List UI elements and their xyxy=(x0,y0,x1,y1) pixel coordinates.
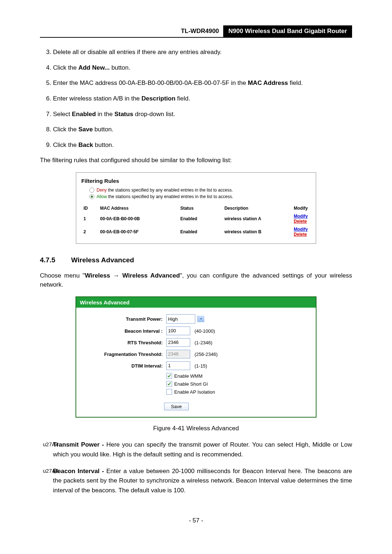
step-text: Enter the MAC address 00-0A-EB-B0-00-0B/… xyxy=(53,79,248,86)
select-value: High xyxy=(168,316,178,322)
step-text: button. xyxy=(110,64,130,71)
checkbox-label: Enable AP Isolation xyxy=(174,389,215,395)
step-7: Select Enabled in the Status drop-down l… xyxy=(53,110,352,119)
cell-mac: 00-0A-EB-B0-00-0B xyxy=(100,216,140,221)
cell-status: Enabled xyxy=(180,216,197,221)
col-mac: MAC Address xyxy=(98,204,178,212)
chevron-down-icon[interactable] xyxy=(197,316,204,322)
step-text: Click the xyxy=(53,64,78,71)
transmit-power-select[interactable]: High xyxy=(166,314,195,324)
fragmentation-threshold-hint: (256-2346) xyxy=(195,352,218,357)
step-8: Click the Save button. xyxy=(53,125,352,134)
step-text: Enter wireless station A/B in the xyxy=(53,95,142,102)
filtering-table: ID MAC Address Status Description Modify… xyxy=(81,204,310,238)
col-desc: Description xyxy=(222,204,291,212)
radio-off-icon xyxy=(89,188,94,193)
step-9: Click the Back button. xyxy=(53,141,352,150)
term: Transmit Power - xyxy=(53,441,104,448)
step-3: Delete all or disable all entries if the… xyxy=(53,48,352,57)
deny-keyword: Deny xyxy=(97,188,107,193)
section-heading: 4.7.5Wireless Advanced xyxy=(40,256,352,264)
page-number: - 57 - xyxy=(40,517,352,524)
allow-keyword: Allow xyxy=(97,194,107,199)
list-item: Transmit Power - Here you can specify th… xyxy=(40,440,352,459)
delete-link[interactable]: Delete xyxy=(294,219,307,224)
enable-short-gi-checkbox[interactable]: Enable Short GI xyxy=(166,381,312,387)
step-text: in the xyxy=(96,111,114,118)
beacon-interval-input[interactable]: 100 xyxy=(166,327,190,335)
dtim-interval-input[interactable]: 1 xyxy=(166,361,190,370)
t-bold: Wireless Advanced xyxy=(122,272,180,279)
col-modify: Modify xyxy=(291,204,310,212)
cell-desc: wireless station A xyxy=(224,216,261,221)
section-intro: Choose menu "Wireless → Wireless Advance… xyxy=(40,271,352,289)
arrow-icon: → xyxy=(110,272,122,279)
step-6: Enter wireless station A/B in the Descri… xyxy=(53,94,352,103)
step-text: Delete all or disable all entries if the… xyxy=(53,49,222,56)
dtim-interval-hint: (1-15) xyxy=(195,363,207,369)
cell-desc: wireless station B xyxy=(224,229,261,234)
step-text: button. xyxy=(93,141,114,148)
table-row: 2 00-0A-EB-00-07-5F Enabled wireless sta… xyxy=(81,225,310,238)
step-bold: Back xyxy=(78,141,93,148)
fragmentation-threshold-label: Fragmentation Threshold: xyxy=(80,352,166,357)
deny-rule-radio[interactable]: Deny the stations specified by any enabl… xyxy=(89,188,310,193)
cell-id: 2 xyxy=(83,229,86,234)
fragmentation-threshold-input[interactable]: 2346 xyxy=(166,350,190,358)
col-status: Status xyxy=(178,204,222,212)
enable-wmm-checkbox[interactable]: Enable WMM xyxy=(166,373,312,379)
step-text: Click the xyxy=(53,126,78,133)
checkbox-checked-icon xyxy=(166,381,172,387)
wireless-advanced-header: Wireless Advanced xyxy=(76,297,316,308)
radio-on-icon xyxy=(89,194,94,199)
step-text: Select xyxy=(53,111,72,118)
rts-threshold-row: RTS Threshold: 2346 (1-2346) xyxy=(80,338,312,347)
document-page: TL-WDR4900 N900 Wireless Dual Band Gigab… xyxy=(0,0,392,539)
checkbox-label: Enable WMM xyxy=(174,373,203,379)
col-id: ID xyxy=(81,204,98,212)
delete-link[interactable]: Delete xyxy=(294,232,307,237)
checkbox-checked-icon xyxy=(166,373,172,379)
rts-threshold-input[interactable]: 2346 xyxy=(166,338,190,347)
table-header-row: ID MAC Address Status Description Modify xyxy=(81,204,310,212)
allow-text: the stations specified by any enabled en… xyxy=(107,194,233,199)
step-4: Click the Add New... button. xyxy=(53,63,352,73)
filtering-intro: The filtering rules that configured shou… xyxy=(40,156,352,165)
rts-threshold-label: RTS Threshold: xyxy=(80,340,166,345)
enable-ap-isolation-checkbox[interactable]: Enable AP Isolation xyxy=(166,389,312,395)
instruction-steps: Delete all or disable all entries if the… xyxy=(40,48,352,149)
allow-rule-radio[interactable]: Allow the stations specified by any enab… xyxy=(89,194,310,199)
table-row: 1 00-0A-EB-B0-00-0B Enabled wireless sta… xyxy=(81,212,310,225)
step-bold: Enabled xyxy=(72,111,96,118)
step-bold: Status xyxy=(114,111,133,118)
save-button[interactable]: Save xyxy=(164,403,189,410)
step-text: drop-down list. xyxy=(133,111,175,118)
fragmentation-threshold-row: Fragmentation Threshold: 2346 (256-2346) xyxy=(80,350,312,358)
step-bold: Add New... xyxy=(78,64,110,71)
step-text: button. xyxy=(93,126,114,133)
dtim-interval-label: DTIM Interval: xyxy=(80,363,166,369)
modify-link[interactable]: Modify xyxy=(294,227,308,232)
modify-link[interactable]: Modify xyxy=(294,214,308,219)
list-item: Beacon Interval - Enter a value between … xyxy=(40,467,352,495)
cell-status: Enabled xyxy=(180,229,197,234)
rts-threshold-hint: (1-2346) xyxy=(195,340,212,345)
page-header: TL-WDR4900 N900 Wireless Dual Band Gigab… xyxy=(40,25,352,38)
step-text: Click the xyxy=(53,141,78,148)
product-label: N900 Wireless Dual Band Gigabit Router xyxy=(223,25,352,37)
deny-text: the stations specified by any enabled en… xyxy=(107,188,233,193)
step-text: field. xyxy=(175,95,190,102)
description-list: Transmit Power - Here you can specify th… xyxy=(40,440,352,495)
step-bold: Save xyxy=(78,126,93,133)
t: Choose menu " xyxy=(40,272,85,279)
transmit-power-label: Transmit Power: xyxy=(80,316,166,322)
dtim-interval-row: DTIM Interval: 1 (1-15) xyxy=(80,361,312,370)
checkbox-label: Enable Short GI xyxy=(174,381,208,387)
section-number: 4.7.5 xyxy=(40,256,71,264)
step-5: Enter the MAC address 00-0A-EB-B0-00-0B/… xyxy=(53,79,352,88)
cell-id: 1 xyxy=(83,216,86,221)
beacon-interval-label: Beacon Interval : xyxy=(80,328,166,334)
transmit-power-row: Transmit Power: High xyxy=(80,314,312,324)
term: Beacon Interval - xyxy=(53,468,104,475)
beacon-interval-hint: (40-1000) xyxy=(195,328,215,334)
